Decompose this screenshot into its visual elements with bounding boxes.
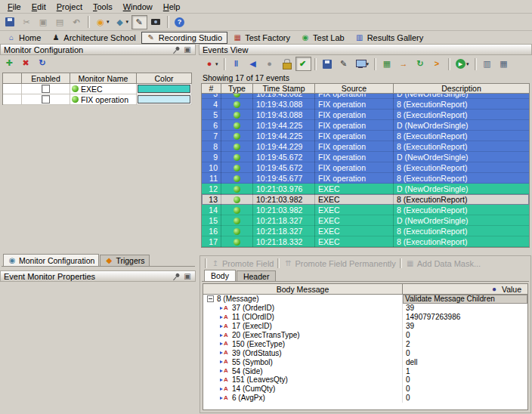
add-monitor-button[interactable]: ✚ xyxy=(2,56,17,70)
menu-item[interactable]: Edit xyxy=(26,2,51,12)
save-events-button[interactable] xyxy=(320,57,336,71)
field-value[interactable]: dell xyxy=(403,357,527,366)
header-body-message[interactable]: Body Message xyxy=(203,284,403,294)
field-value[interactable]: 1490797263986 xyxy=(403,313,527,322)
color-swatch[interactable] xyxy=(138,95,190,104)
event-row[interactable]: 8 10:19:44.229 FIX operation 8 (Executio… xyxy=(202,141,529,152)
columns-button[interactable]: ▥ xyxy=(480,57,496,71)
stop-button[interactable]: ● xyxy=(262,57,278,71)
field-value[interactable]: 0 xyxy=(403,394,527,403)
export-button[interactable]: → xyxy=(396,57,412,71)
add-data-mask-button[interactable]: ▦ Add Data Mask... xyxy=(406,259,481,268)
header-monitor-name[interactable]: Monitor Name xyxy=(70,73,137,84)
delete-monitor-button[interactable]: ✖ xyxy=(18,56,33,70)
header-source[interactable]: Source xyxy=(315,84,394,94)
menu-item[interactable]: Help xyxy=(158,2,186,12)
event-row[interactable]: 13 10:21:03.982 EXEC 8 (ExecutionReport) xyxy=(202,194,529,205)
header-num[interactable]: # xyxy=(202,84,221,94)
monitor-row[interactable]: FIX operation xyxy=(3,94,192,105)
promote-field-button[interactable]: ↥ Promote Field xyxy=(211,259,274,268)
menu-item[interactable]: Project xyxy=(51,2,88,12)
field-row[interactable]: 151 (LeavesQty) 0 xyxy=(203,375,527,385)
event-row[interactable]: 3 10:19:43.062 FIX operation D (NewOrder… xyxy=(202,94,529,99)
undo-button[interactable]: ↶ xyxy=(69,15,85,29)
details-tab[interactable]: Body xyxy=(204,270,236,281)
nav-tab[interactable]: ▥ Results Gallery xyxy=(350,32,429,44)
help-button[interactable]: ? xyxy=(172,15,187,29)
field-row[interactable]: 6 (AvgPx) 0 xyxy=(203,394,527,403)
field-value[interactable]: 0 xyxy=(403,331,527,340)
header-type[interactable]: Type xyxy=(221,84,253,94)
left-tab[interactable]: ◆ Triggers xyxy=(100,255,149,266)
event-row[interactable]: 4 10:19:43.088 FIX operation 8 (Executio… xyxy=(202,99,529,110)
event-row[interactable]: 7 10:19:44.225 FIX operation 8 (Executio… xyxy=(202,131,529,141)
header-enabled[interactable]: Enabled xyxy=(22,73,70,84)
nav-tab[interactable]: ◉ Test Lab xyxy=(295,32,350,44)
header-value[interactable]: ● Value xyxy=(403,284,527,294)
field-row[interactable]: 54 (Side) 1 xyxy=(203,366,527,375)
event-row[interactable]: 12 10:21:03.976 EXEC D (NewOrderSingle) xyxy=(202,184,529,194)
details-tab[interactable]: Header xyxy=(237,270,276,281)
header-time-stamp[interactable]: Time Stamp xyxy=(253,84,315,94)
field-row[interactable]: 55 (Symbol) dell xyxy=(203,357,527,366)
event-row[interactable]: 17 10:21:18.332 EXEC 8 (ExecutionReport) xyxy=(202,236,529,247)
field-value[interactable]: 39 xyxy=(403,304,527,313)
field-row[interactable]: 150 (ExecType) 2 xyxy=(203,339,527,348)
save-button[interactable] xyxy=(2,15,18,29)
field-value[interactable]: Validate Message Children xyxy=(403,295,527,304)
field-row[interactable]: 17 (ExecID) 39 xyxy=(203,322,527,331)
menu-item[interactable]: File xyxy=(2,2,26,12)
enabled-checkbox[interactable] xyxy=(42,95,50,104)
color-swatch[interactable] xyxy=(138,85,190,93)
recording-studio-button[interactable]: ✎ xyxy=(131,15,147,29)
step-back-button[interactable]: ◀ xyxy=(246,57,261,71)
lock-button[interactable] xyxy=(279,57,295,71)
snapshot-button[interactable]: ▦ xyxy=(379,57,395,71)
float-icon[interactable]: ▣ xyxy=(183,45,192,54)
field-row[interactable]: 20 (ExecTransType) 0 xyxy=(203,331,527,340)
new-project-button[interactable]: ◉ ▾ xyxy=(93,15,112,29)
nav-tab[interactable]: ✎ Recording Studio xyxy=(141,32,227,44)
field-row[interactable]: 14 (CumQty) 0 xyxy=(203,385,527,394)
event-row[interactable]: 9 10:19:45.672 FIX operation D (NewOrder… xyxy=(202,152,529,162)
field-value[interactable]: 39 xyxy=(403,322,527,331)
menu-item[interactable]: Tools xyxy=(88,2,118,12)
edit-config-button[interactable]: ✎ xyxy=(336,57,352,71)
field-value[interactable]: 0 xyxy=(403,385,527,394)
display-options-button[interactable]: ▾ xyxy=(353,57,372,71)
pause-button[interactable]: ‖ xyxy=(229,57,245,71)
paste-button[interactable]: ▤ xyxy=(52,15,68,29)
copy-button[interactable]: ▣ xyxy=(36,15,51,29)
field-value[interactable]: 2 xyxy=(403,339,527,348)
menu-item[interactable]: Window xyxy=(118,2,158,12)
nav-tab[interactable]: ▦ Test Factory xyxy=(227,32,295,44)
field-value[interactable]: 0 xyxy=(403,348,527,357)
event-row[interactable]: 14 10:21:03.982 EXEC 8 (ExecutionReport) xyxy=(202,205,529,215)
field-row[interactable]: 8 (Message) Validate Message Children xyxy=(203,295,527,304)
field-row[interactable]: 37 (OrderID) 39 xyxy=(203,304,527,313)
enabled-checkbox[interactable] xyxy=(42,85,50,93)
promote-field-permanently-button[interactable]: ⇈ Promote Field Permanently xyxy=(283,259,395,268)
event-row[interactable]: 11 10:19:45.677 FIX operation 8 (Executi… xyxy=(202,173,529,184)
record-button[interactable]: ● ▾ xyxy=(202,57,221,71)
ref resh-events-button[interactable]: ↻ xyxy=(413,57,428,71)
wizard-button[interactable]: ◆ ▾ xyxy=(113,15,131,29)
pin-icon[interactable] xyxy=(170,43,183,56)
event-row[interactable]: 10 10:19:45.672 FIX operation 8 (Executi… xyxy=(202,162,529,173)
event-row[interactable]: 16 10:21:18.327 EXEC 8 (ExecutionReport) xyxy=(202,226,529,236)
cut-button[interactable]: ✂ xyxy=(19,15,35,29)
monitor-row[interactable]: EXEC xyxy=(3,84,192,94)
header-description[interactable]: Description xyxy=(394,84,529,94)
field-row[interactable]: 39 (OrdStatus) 0 xyxy=(203,348,527,357)
nav-tab[interactable]: ♟ Architecture School xyxy=(46,32,141,44)
field-value[interactable]: 0 xyxy=(403,375,527,385)
event-row[interactable]: 15 10:21:18.327 EXEC D (NewOrderSingle) xyxy=(202,215,529,226)
capture-button[interactable] xyxy=(148,15,164,29)
run-button[interactable]: ▶ ▾ xyxy=(453,57,472,71)
event-row[interactable]: 6 10:19:44.225 FIX operation D (NewOrder… xyxy=(202,120,529,131)
validate-toggle-button[interactable]: ✔ xyxy=(295,57,311,71)
pin-icon[interactable] xyxy=(170,270,183,283)
event-row[interactable]: 5 10:19:43.088 FIX operation 8 (Executio… xyxy=(202,110,529,120)
field-value[interactable]: 1 xyxy=(403,366,527,375)
float-icon[interactable]: ▣ xyxy=(183,272,192,281)
